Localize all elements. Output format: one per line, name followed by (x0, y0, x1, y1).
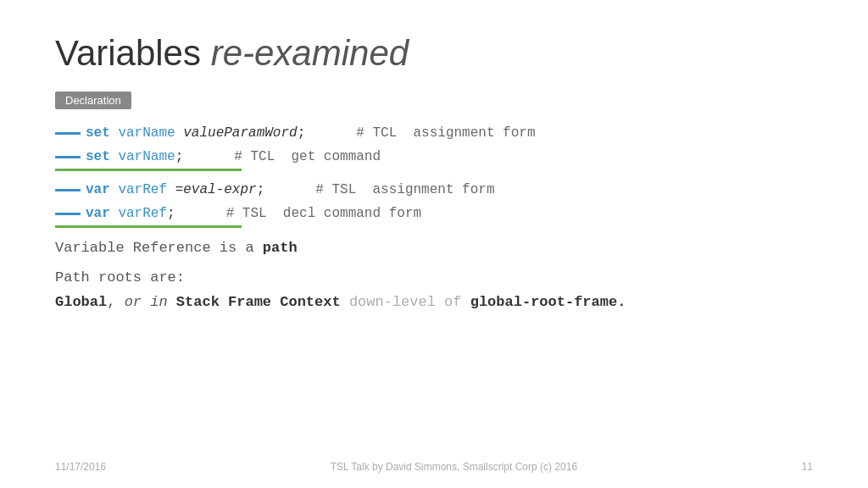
kw-var-2: var (86, 202, 110, 225)
comment-2: # TCL get command (234, 145, 381, 169)
code-block-tsl: var varRef = eval-expr ; # TSL assignmen… (55, 178, 813, 228)
var-ref-text: Variable Reference is a (55, 240, 263, 256)
code-space-1 (175, 121, 184, 145)
path-roots-section: Path roots are: Global, or in Stack Fram… (55, 266, 813, 315)
global-text: Global (55, 294, 107, 310)
kw-set-2: set (86, 145, 110, 169)
path-roots-line2: Global, or in Stack Frame Context down-l… (55, 291, 813, 315)
stack-frame-context: Stack Frame Context (176, 294, 341, 310)
footer-center: TSL Talk by David Simmons, Smallscript C… (331, 461, 577, 473)
space1 (168, 294, 176, 310)
slide-title: Variables re-examined (55, 34, 813, 73)
title-regular: Variables (55, 33, 211, 73)
blue-bar-1 (55, 132, 81, 135)
var-varref-1: varRef (110, 178, 167, 202)
semicolon-3: ; (257, 178, 265, 202)
semicolon-1: ; (298, 121, 306, 145)
variable-ref-line: Variable Reference is a path (55, 240, 813, 256)
green-underline-1 (55, 169, 242, 171)
code-line-3: var varRef = eval-expr ; # TSL assignmen… (55, 178, 813, 202)
comment-1: # TCL assignment form (356, 121, 535, 145)
path-roots-line1: Path roots are: (55, 266, 813, 291)
kw-var-1: var (86, 178, 110, 202)
param-expr-1: eval-expr (183, 178, 256, 202)
blue-bar-4 (55, 213, 81, 215)
down-level-text: down-level of (341, 294, 462, 310)
var-ref-bold: path (263, 240, 298, 256)
semicolon-4: ; (167, 202, 175, 225)
blue-bar-2 (55, 156, 81, 158)
code-line-4: var varRef ; # TSL decl command form (55, 202, 813, 225)
equals-1: = (167, 178, 183, 202)
kw-set-1: set (86, 121, 110, 145)
comment-4: # TSL decl command form (226, 202, 421, 225)
comma-or: , (107, 294, 124, 310)
semicolon-2: ; (175, 145, 184, 169)
footer: 11/17/2016 TSL Talk by David Simmons, Sm… (0, 461, 868, 473)
global-root-frame: global-root-frame (462, 294, 618, 310)
green-underline-2 (55, 225, 242, 228)
title-italic: re-examined (211, 33, 409, 73)
footer-page: 11 (802, 461, 813, 473)
code-block-tcl: set varName valueParamWord ; # TCL assig… (55, 121, 813, 171)
code-line-2: set varName ; # TCL get command (55, 145, 813, 169)
param-word-1: valueParamWord (183, 121, 297, 145)
footer-date: 11/17/2016 (55, 461, 106, 473)
slide: Variables re-examined Declaration set va… (0, 0, 868, 488)
declaration-badge: Declaration (55, 92, 131, 109)
period: . (617, 294, 626, 310)
var-varname-2: varName (110, 145, 175, 169)
blue-bar-3 (55, 189, 81, 191)
var-varname-1: varName (110, 121, 175, 145)
var-varref-2: varRef (110, 202, 167, 225)
code-line-1: set varName valueParamWord ; # TCL assig… (55, 121, 813, 145)
comment-3: # TSL assignment form (315, 178, 494, 202)
or-in-text: or in (125, 294, 168, 310)
